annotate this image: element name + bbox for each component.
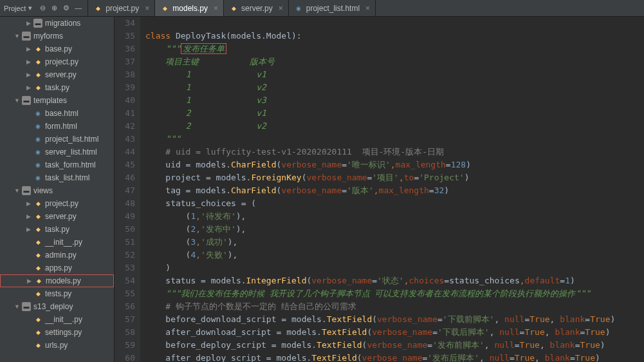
collapse-icon[interactable]: ⊖ (40, 4, 49, 13)
code-line[interactable]: after_deploy_script = models.TextField(v… (145, 352, 644, 362)
tree-arrow-icon[interactable]: ▶ (26, 213, 31, 220)
code-line[interactable]: tag = models.CharField(verbose_name='版本'… (145, 184, 644, 197)
tree-item[interactable]: ◆urls.py (0, 339, 114, 352)
code-line[interactable]: 项目主键 版本号 (145, 55, 644, 68)
tree-arrow-icon[interactable]: ▼ (14, 97, 19, 104)
editor-tab[interactable]: ◆server.py× (224, 0, 289, 16)
code-line[interactable]: """我们在发布任务的时候 我开设了几个钩子脚本节点 可以支持发布者在发布流程的… (145, 287, 644, 300)
code-line[interactable]: before_download_script = models.TextFiel… (145, 313, 644, 326)
code-line[interactable]: (4,'失败'), (145, 249, 644, 262)
tree-arrow-icon[interactable]: ▶ (26, 20, 31, 26)
tree-item[interactable]: ▶◆task.py (0, 223, 114, 236)
tree-item[interactable]: ▶◆models.py (0, 274, 114, 287)
code-line[interactable]: 1 v1 (145, 68, 644, 81)
code-line[interactable]: # uid = luffycity-test-v1-20202020111 项目… (145, 146, 644, 158)
tree-item[interactable]: ▼▬views (0, 184, 114, 197)
tree-item[interactable]: ▶◆task.py (0, 81, 114, 94)
code-line[interactable]: project = models.ForeignKey(verbose_name… (145, 171, 644, 184)
code-line[interactable] (145, 17, 644, 30)
code-line[interactable]: # 钩子节点的个数是不一定的 结合自己的公司需求 (145, 300, 644, 313)
code-editor[interactable]: 3435363738394041424344454647484950515253… (115, 17, 644, 362)
tree-item[interactable]: ◉server_list.html (0, 146, 114, 158)
editor-tab[interactable]: ◉project_list.html× (289, 0, 376, 16)
tree-arrow-icon[interactable]: ▶ (26, 278, 32, 284)
tree-item[interactable]: ◉base.html (0, 107, 114, 120)
code-line[interactable]: """ (145, 133, 644, 146)
py-file-icon: ◆ (160, 4, 169, 13)
tree-arrow-icon[interactable]: ▶ (26, 200, 31, 207)
tree-arrow-icon[interactable]: ▶ (26, 84, 31, 91)
code-line[interactable]: after_download_script = models.TextField… (145, 326, 644, 339)
tree-arrow-icon[interactable]: ▶ (26, 226, 31, 233)
main-area: ▶▬migrations▼▬myforms▶◆base.py▶◆project.… (0, 17, 644, 362)
tree-item[interactable]: ◆__init__.py (0, 313, 114, 326)
editor-tab[interactable]: ◆project.py× (88, 0, 155, 16)
code-line[interactable]: status_choices = ( (145, 197, 644, 210)
tree-label: s13_deploy (33, 302, 73, 311)
tree-arrow-icon[interactable]: ▶ (26, 46, 31, 52)
tree-item[interactable]: ▶◆server.py (0, 68, 114, 81)
tree-arrow-icon[interactable]: ▼ (14, 187, 19, 194)
tree-item[interactable]: ◆admin.py (0, 249, 114, 262)
code-line[interactable]: 1 v3 (145, 94, 644, 107)
line-number: 56 (115, 300, 135, 313)
tree-item[interactable]: ▶◆project.py (0, 197, 114, 210)
line-number: 45 (115, 158, 135, 171)
close-icon[interactable]: × (214, 4, 218, 13)
tree-item[interactable]: ▶◆server.py (0, 210, 114, 223)
tree-item[interactable]: ▶▬migrations (0, 17, 114, 30)
tree-item[interactable]: ◉task_list.html (0, 171, 114, 184)
close-icon[interactable]: × (365, 4, 370, 13)
tree-label: base.py (45, 44, 72, 53)
close-icon[interactable]: × (145, 4, 149, 13)
editor-tab[interactable]: ◆models.py× (155, 0, 224, 16)
code-line[interactable]: uid = models.CharField(verbose_name='唯一标… (145, 158, 644, 171)
line-number: 46 (115, 171, 135, 184)
code-line[interactable]: class DeployTask(models.Model): (145, 30, 644, 43)
tree-item[interactable]: ▼▬s13_deploy (0, 300, 114, 313)
dropdown-icon[interactable]: ▾ (28, 4, 37, 13)
code-line[interactable]: ) (145, 262, 644, 274)
tree-item[interactable]: ◉form.html (0, 120, 114, 133)
hide-icon[interactable]: — (75, 4, 84, 13)
code-line[interactable]: (1,'待发布'), (145, 210, 644, 223)
close-icon[interactable]: × (279, 4, 283, 13)
code-area[interactable]: class DeployTask(models.Model): """发布任务单… (140, 17, 644, 362)
tab-label: server.py (241, 4, 273, 13)
tree-item[interactable]: ◆settings.py (0, 326, 114, 339)
tree-label: project.py (45, 199, 78, 208)
tree-item[interactable]: ◆apps.py (0, 262, 114, 274)
py-icon: ◆ (33, 238, 42, 247)
tree-label: admin.py (45, 251, 77, 260)
tree-item[interactable]: ◉project_list.html (0, 133, 114, 146)
gear-icon[interactable]: ⚙ (63, 4, 72, 13)
py-icon: ◆ (34, 276, 43, 285)
line-number: 41 (115, 107, 135, 120)
tree-arrow-icon[interactable]: ▶ (26, 71, 31, 78)
py-file-icon: ◆ (93, 4, 102, 13)
code-line[interactable]: before_deploy_script = models.TextField(… (145, 339, 644, 352)
tree-label: task.py (45, 225, 69, 234)
tree-item[interactable]: ▶◆base.py (0, 43, 114, 55)
expand-icon[interactable]: ⊕ (51, 4, 60, 13)
code-line[interactable]: """发布任务单 (145, 43, 644, 55)
tree-item[interactable]: ▼▬templates (0, 94, 114, 107)
tree-item[interactable]: ◆tests.py (0, 287, 114, 300)
code-line[interactable]: 2 v2 (145, 120, 644, 133)
tree-item[interactable]: ▼▬myforms (0, 30, 114, 43)
tree-item[interactable]: ◆__init__.py (0, 236, 114, 249)
tree-label: server_list.html (45, 148, 97, 157)
dir-icon: ▬ (22, 186, 31, 195)
tree-item[interactable]: ▶◆project.py (0, 55, 114, 68)
tree-arrow-icon[interactable]: ▼ (14, 33, 19, 39)
code-line[interactable]: 2 v1 (145, 107, 644, 120)
code-line[interactable]: (3,'成功'), (145, 236, 644, 249)
code-line[interactable]: (2,'发布中'), (145, 223, 644, 236)
py-icon: ◆ (33, 263, 42, 272)
code-line[interactable]: status = models.IntegerField(verbose_nam… (145, 274, 644, 287)
tree-arrow-icon[interactable]: ▼ (14, 303, 19, 310)
project-tree[interactable]: ▶▬migrations▼▬myforms▶◆base.py▶◆project.… (0, 17, 115, 362)
tree-arrow-icon[interactable]: ▶ (26, 59, 31, 65)
code-line[interactable]: 1 v2 (145, 81, 644, 94)
tree-item[interactable]: ◉task_form.html (0, 158, 114, 171)
